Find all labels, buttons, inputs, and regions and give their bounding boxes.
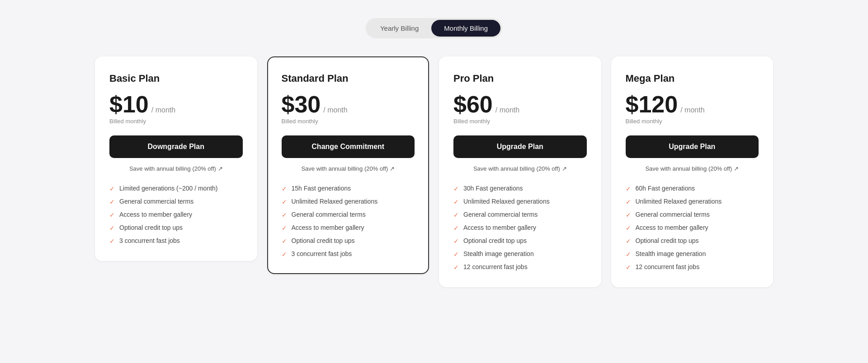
plan-price-row: $60 / month (453, 93, 587, 116)
feature-text: Optional credit top ups (119, 224, 183, 231)
check-icon: ✓ (109, 198, 115, 205)
feature-item: ✓ Limited generations (~200 / month) (109, 185, 243, 192)
check-icon: ✓ (109, 237, 115, 245)
plan-billing-note: Billed monthly (453, 118, 587, 125)
feature-item: ✓ Optional credit top ups (282, 237, 415, 245)
feature-item: ✓ Access to member gallery (282, 224, 415, 232)
feature-text: Unlimited Relaxed generations (636, 198, 722, 205)
feature-text: Unlimited Relaxed generations (292, 198, 378, 205)
plan-name: Standard Plan (282, 73, 415, 84)
feature-text: Limited generations (~200 / month) (119, 185, 218, 192)
plan-price-row: $120 / month (626, 93, 759, 116)
feature-text: 30h Fast generations (463, 185, 523, 192)
plan-card-standard: Standard Plan $30 / month Billed monthly… (267, 56, 429, 274)
feature-item: ✓ Optional credit top ups (109, 224, 243, 232)
features-list: ✓ 15h Fast generations ✓ Unlimited Relax… (282, 185, 415, 258)
feature-text: General commercial terms (292, 211, 366, 218)
check-icon: ✓ (453, 211, 459, 219)
check-icon: ✓ (626, 185, 631, 192)
feature-text: Stealth image generation (463, 250, 534, 257)
plan-price: $60 (453, 93, 493, 116)
monthly-billing-button[interactable]: Monthly Billing (431, 20, 500, 37)
save-link[interactable]: Save with annual billing (20% off) ↗ (109, 165, 243, 172)
check-icon: ✓ (453, 251, 459, 258)
check-icon: ✓ (109, 211, 115, 219)
plan-period: / month (680, 106, 704, 114)
billing-toggle: Yearly Billing Monthly Billing (366, 18, 502, 38)
feature-item: ✓ 12 concurrent fast jobs (626, 263, 759, 271)
feature-text: Access to member gallery (119, 211, 192, 218)
plan-action-button[interactable]: Change Commitment (282, 135, 415, 158)
feature-item: ✓ General commercial terms (282, 211, 415, 219)
plan-price-row: $30 / month (282, 93, 415, 116)
check-icon: ✓ (626, 224, 631, 232)
plan-period: / month (323, 106, 347, 114)
feature-item: ✓ Access to member gallery (453, 224, 587, 232)
check-icon: ✓ (282, 251, 287, 258)
feature-text: Optional credit top ups (636, 237, 699, 244)
check-icon: ✓ (626, 251, 631, 258)
plan-card-basic: Basic Plan $10 / month Billed monthly Do… (95, 56, 257, 261)
feature-text: General commercial terms (119, 198, 193, 205)
feature-item: ✓ General commercial terms (626, 211, 759, 219)
check-icon: ✓ (282, 211, 287, 219)
feature-item: ✓ 60h Fast generations (626, 185, 759, 192)
feature-item: ✓ 12 concurrent fast jobs (453, 263, 587, 271)
feature-item: ✓ Unlimited Relaxed generations (453, 198, 587, 205)
features-list: ✓ Limited generations (~200 / month) ✓ G… (109, 185, 243, 245)
plan-name: Basic Plan (109, 73, 243, 84)
feature-text: General commercial terms (463, 211, 538, 218)
features-list: ✓ 60h Fast generations ✓ Unlimited Relax… (626, 185, 759, 271)
feature-item: ✓ Access to member gallery (109, 211, 243, 219)
feature-item: ✓ Optional credit top ups (626, 237, 759, 245)
feature-text: Optional credit top ups (292, 237, 355, 244)
plan-card-pro: Pro Plan $60 / month Billed monthly Upgr… (439, 56, 601, 287)
plan-billing-note: Billed monthly (626, 118, 759, 125)
plan-action-button[interactable]: Downgrade Plan (109, 135, 243, 158)
plan-price-row: $10 / month (109, 93, 243, 116)
yearly-billing-button[interactable]: Yearly Billing (368, 20, 431, 37)
plan-price: $10 (109, 93, 149, 116)
feature-item: ✓ General commercial terms (109, 198, 243, 205)
feature-text: Unlimited Relaxed generations (463, 198, 550, 205)
feature-item: ✓ 3 concurrent fast jobs (282, 250, 415, 258)
feature-text: Access to member gallery (636, 224, 708, 231)
feature-text: 3 concurrent fast jobs (119, 237, 180, 244)
plan-action-button[interactable]: Upgrade Plan (626, 135, 759, 158)
plan-action-button[interactable]: Upgrade Plan (453, 135, 587, 158)
check-icon: ✓ (453, 237, 459, 245)
save-link[interactable]: Save with annual billing (20% off) ↗ (282, 165, 415, 172)
check-icon: ✓ (282, 185, 287, 192)
check-icon: ✓ (626, 237, 631, 245)
check-icon: ✓ (282, 224, 287, 232)
plans-container: Basic Plan $10 / month Billed monthly Do… (95, 56, 773, 287)
feature-item: ✓ Unlimited Relaxed generations (626, 198, 759, 205)
check-icon: ✓ (282, 198, 287, 205)
check-icon: ✓ (626, 211, 631, 219)
plan-period: / month (495, 106, 519, 114)
feature-item: ✓ 3 concurrent fast jobs (109, 237, 243, 245)
feature-text: Optional credit top ups (463, 237, 527, 244)
plan-card-mega: Mega Plan $120 / month Billed monthly Up… (611, 56, 774, 287)
feature-item: ✓ Stealth image generation (453, 250, 587, 258)
feature-text: 60h Fast generations (636, 185, 695, 192)
check-icon: ✓ (282, 237, 287, 245)
save-link[interactable]: Save with annual billing (20% off) ↗ (626, 165, 759, 172)
check-icon: ✓ (453, 185, 459, 192)
check-icon: ✓ (453, 198, 459, 205)
feature-item: ✓ Unlimited Relaxed generations (282, 198, 415, 205)
feature-item: ✓ Optional credit top ups (453, 237, 587, 245)
check-icon: ✓ (453, 264, 459, 271)
feature-text: General commercial terms (636, 211, 710, 218)
features-list: ✓ 30h Fast generations ✓ Unlimited Relax… (453, 185, 587, 271)
feature-item: ✓ 30h Fast generations (453, 185, 587, 192)
feature-text: Access to member gallery (292, 224, 364, 231)
check-icon: ✓ (109, 185, 115, 192)
feature-text: Access to member gallery (463, 224, 536, 231)
feature-text: Stealth image generation (636, 250, 706, 257)
feature-item: ✓ 15h Fast generations (282, 185, 415, 192)
save-link[interactable]: Save with annual billing (20% off) ↗ (453, 165, 587, 172)
check-icon: ✓ (626, 198, 631, 205)
check-icon: ✓ (453, 224, 459, 232)
plan-billing-note: Billed monthly (282, 118, 415, 125)
